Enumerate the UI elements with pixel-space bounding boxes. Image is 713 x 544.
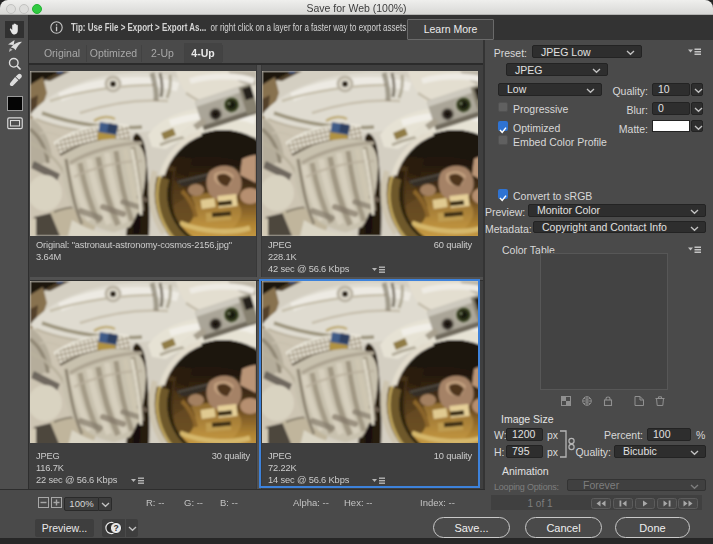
svg-text:?: ? xyxy=(113,523,118,533)
